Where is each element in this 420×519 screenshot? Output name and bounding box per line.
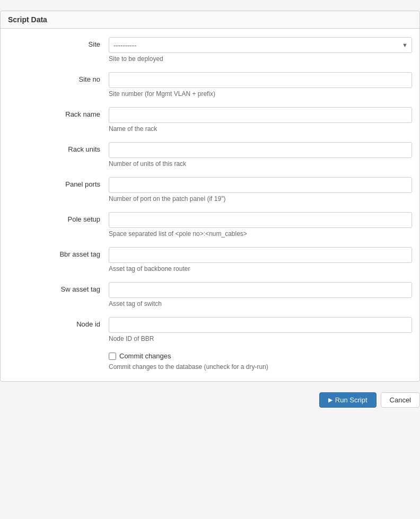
card-body: Site ---------- ▼ Site to be deployed Si…: [1, 29, 419, 381]
sw-asset-tag-row: Sw asset tag Asset tag of switch: [8, 282, 412, 307]
site-no-label: Site no: [8, 72, 109, 83]
node-id-help-text: Node ID of BBR: [109, 335, 412, 342]
panel-ports-help-text: Number of port on the patch panel (if 19…: [109, 195, 412, 203]
rack-units-row: Rack units Number of units of this rack: [8, 142, 412, 168]
pole-setup-field-wrapper: Space separated list of <pole no>:<num_c…: [109, 212, 412, 237]
panel-ports-input[interactable]: [109, 177, 412, 193]
sw-asset-tag-label: Sw asset tag: [8, 282, 109, 293]
node-id-field-wrapper: Node ID of BBR: [109, 317, 412, 342]
commit-changes-row: Commit changes: [8, 352, 412, 360]
cancel-button[interactable]: Cancel: [381, 392, 420, 408]
site-select[interactable]: ----------: [109, 37, 412, 53]
bbr-asset-tag-row: Bbr asset tag Asset tag of backbone rout…: [8, 247, 412, 272]
commit-changes-label[interactable]: Commit changes: [109, 352, 171, 360]
site-field-wrapper: ---------- ▼ Site to be deployed: [109, 37, 412, 63]
panel-ports-field-wrapper: Number of port on the patch panel (if 19…: [109, 177, 412, 203]
commit-changes-help-text: Commit changes to the database (uncheck …: [8, 363, 412, 371]
panel-ports-label: Panel ports: [8, 177, 109, 188]
site-help-text: Site to be deployed: [109, 55, 412, 63]
pole-setup-label: Pole setup: [8, 212, 109, 223]
sw-asset-tag-field-wrapper: Asset tag of switch: [109, 282, 412, 307]
page-wrapper: Script Data Site ---------- ▼ Site to be…: [0, 11, 420, 413]
rack-units-help-text: Number of units of this rack: [109, 160, 412, 168]
bbr-asset-tag-help-text: Asset tag of backbone router: [109, 265, 412, 272]
site-label: Site: [8, 37, 109, 48]
rack-units-label: Rack units: [8, 142, 109, 153]
pole-setup-row: Pole setup Space separated list of <pole…: [8, 212, 412, 237]
node-id-row: Node id Node ID of BBR: [8, 317, 412, 342]
script-data-card: Script Data Site ---------- ▼ Site to be…: [0, 11, 420, 382]
sw-asset-tag-input[interactable]: [109, 282, 412, 298]
rack-units-input[interactable]: [109, 142, 412, 158]
pole-setup-input[interactable]: [109, 212, 412, 228]
site-no-help-text: Site number (for Mgmt VLAN + prefix): [109, 90, 412, 98]
panel-ports-row: Panel ports Number of port on the patch …: [8, 177, 412, 203]
rack-name-row: Rack name Name of the rack: [8, 107, 412, 133]
commit-changes-checkbox[interactable]: [109, 353, 116, 360]
site-no-row: Site no Site number (for Mgmt VLAN + pre…: [8, 72, 412, 98]
node-id-input[interactable]: [109, 317, 412, 333]
pole-setup-help-text: Space separated list of <pole no>:<num_c…: [109, 230, 412, 237]
sw-asset-tag-help-text: Asset tag of switch: [109, 300, 412, 307]
rack-units-field-wrapper: Number of units of this rack: [109, 142, 412, 168]
bbr-asset-tag-input[interactable]: [109, 247, 412, 263]
run-script-label: Run Script: [335, 396, 368, 404]
rack-name-input[interactable]: [109, 107, 412, 123]
footer-bar: ▶ Run Script Cancel: [0, 387, 420, 413]
bbr-asset-tag-field-wrapper: Asset tag of backbone router: [109, 247, 412, 272]
commit-changes-text: Commit changes: [119, 352, 171, 360]
site-select-wrapper: ---------- ▼: [109, 37, 412, 53]
rack-name-label: Rack name: [8, 107, 109, 118]
card-title: Script Data: [1, 11, 419, 29]
site-no-input[interactable]: [109, 72, 412, 88]
run-script-button[interactable]: ▶ Run Script: [319, 392, 377, 408]
rack-name-field-wrapper: Name of the rack: [109, 107, 412, 133]
node-id-label: Node id: [8, 317, 109, 328]
site-no-field-wrapper: Site number (for Mgmt VLAN + prefix): [109, 72, 412, 98]
bbr-asset-tag-label: Bbr asset tag: [8, 247, 109, 258]
play-icon: ▶: [328, 397, 332, 403]
site-row: Site ---------- ▼ Site to be deployed: [8, 37, 412, 63]
rack-name-help-text: Name of the rack: [109, 125, 412, 133]
